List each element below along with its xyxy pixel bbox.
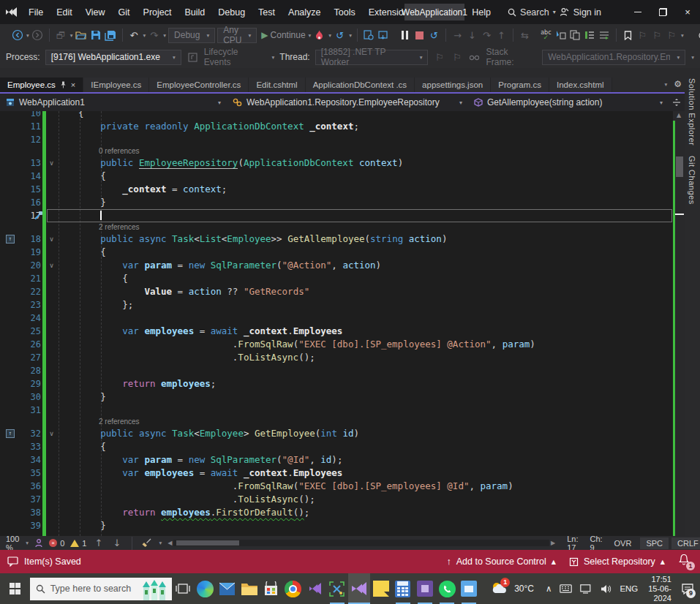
glyph-margin[interactable]: [0, 325, 23, 338]
touch-keyboard-icon[interactable]: [560, 584, 572, 593]
code-line-12[interactable]: 12: [0, 133, 685, 146]
menu-file[interactable]: File: [22, 0, 50, 24]
volume-icon[interactable]: [601, 584, 611, 594]
start-button[interactable]: [0, 573, 30, 604]
suspend-threads-icon[interactable]: [468, 50, 481, 64]
menu-help[interactable]: Help: [465, 0, 497, 24]
calculator-icon[interactable]: [392, 573, 414, 604]
file-explorer-icon[interactable]: [238, 573, 260, 604]
fold-chevron-icon[interactable]: ∨: [47, 259, 56, 272]
code-line-34[interactable]: 34 var param = new SqlParameter("@Id", i…: [0, 453, 685, 467]
fold-chevron-icon[interactable]: ∨: [47, 427, 56, 440]
chevron-down-icon[interactable]: ▾: [681, 32, 684, 39]
fold-chevron-icon[interactable]: ∨: [47, 156, 56, 170]
member-dropdown[interactable]: GetAllemployee(string action) ▾: [468, 94, 669, 111]
code-line-11[interactable]: 11 private readonly ApplicationDbContext…: [0, 120, 685, 133]
code-line-33[interactable]: 33 {: [0, 440, 685, 453]
visual-studio-code-icon[interactable]: [304, 573, 326, 604]
code-line-24[interactable]: 24: [0, 312, 685, 325]
toggle-bookmark-button[interactable]: [622, 28, 634, 42]
quick-actions-screwdriver-icon[interactable]: [34, 211, 43, 220]
glyph-margin[interactable]: [0, 440, 23, 453]
capture-tool-icon[interactable]: [326, 573, 348, 604]
parallel-stacks-button[interactable]: ⇆: [519, 28, 531, 42]
tab-Index.cshtml[interactable]: Index.cshtml: [549, 78, 612, 92]
menu-tools[interactable]: Tools: [328, 0, 362, 24]
navigate-forward-button[interactable]: [31, 28, 44, 42]
codelens-references[interactable]: 0 references: [0, 146, 685, 156]
command-window-button[interactable]: [598, 28, 611, 42]
glyph-margin[interactable]: [0, 259, 23, 272]
code-line-39[interactable]: 39 }: [0, 519, 685, 532]
task-view-button[interactable]: [172, 573, 194, 604]
code-line-32[interactable]: ↑32∨ public async Task<Employee> GetEmpl…: [0, 427, 685, 440]
network-display-icon[interactable]: [580, 584, 592, 594]
menu-git[interactable]: Git: [112, 0, 137, 24]
code-editor[interactable]: 10 {11 private readonly ApplicationDbCon…: [0, 111, 685, 536]
open-file-button[interactable]: [75, 28, 88, 42]
glyph-margin[interactable]: [0, 364, 23, 377]
run-to-cursor-button[interactable]: [554, 28, 567, 42]
edge-icon[interactable]: [194, 573, 216, 604]
restart-application-button[interactable]: ↺: [334, 28, 346, 42]
code-line-18[interactable]: ↑18∨ public async Task<List<Employee>> G…: [0, 233, 685, 246]
code-line-14[interactable]: 14 {: [0, 170, 685, 183]
type-dropdown[interactable]: WebApplication1.Repository.EmployeeRepos…: [227, 94, 468, 111]
hscrollbar-thumb[interactable]: [176, 540, 239, 546]
previous-bookmark-button[interactable]: ⚐: [636, 28, 649, 42]
tab-appsettings.json[interactable]: appsettings.json: [415, 78, 491, 92]
continue-button[interactable]: Continue: [271, 30, 306, 40]
glyph-margin[interactable]: ↑: [0, 427, 23, 440]
glyph-margin[interactable]: [0, 519, 23, 532]
search-highlight-art[interactable]: [137, 578, 170, 600]
glyph-margin[interactable]: [0, 120, 23, 133]
microsoft-store-icon[interactable]: [260, 573, 282, 604]
glyph-margin[interactable]: [0, 246, 23, 259]
warning-count[interactable]: 1: [70, 539, 86, 548]
code-line-17[interactable]: 17: [0, 209, 685, 222]
step-over-button[interactable]: ↷: [481, 28, 493, 42]
scroll-right-arrow-icon[interactable]: ▶: [551, 540, 555, 546]
glyph-margin[interactable]: [0, 111, 23, 120]
chevron-down-icon[interactable]: ▾: [309, 32, 312, 39]
step-into-button[interactable]: ↓: [466, 28, 478, 42]
previous-issue-button[interactable]: ↑: [92, 536, 105, 551]
glyph-margin[interactable]: [0, 453, 23, 467]
close-button[interactable]: ×: [675, 0, 700, 24]
chevron-down-icon[interactable]: ▾: [159, 540, 162, 546]
tab-Edit.cshtml[interactable]: Edit.cshtml: [249, 78, 305, 92]
restart-button[interactable]: ↺: [428, 28, 440, 42]
clock[interactable]: 17:51 15-06-2024: [646, 575, 671, 603]
zoom-level-select[interactable]: 100 %: [6, 535, 19, 552]
mail-icon[interactable]: [216, 573, 238, 604]
tab-Program.cs[interactable]: Program.cs: [491, 78, 549, 92]
pause-button[interactable]: [399, 28, 411, 42]
code-line-37[interactable]: 37 .ToListAsync();: [0, 493, 685, 506]
glyph-margin[interactable]: [0, 272, 23, 285]
glyph-margin[interactable]: [0, 467, 23, 480]
chevron-down-icon[interactable]: ▾: [349, 32, 352, 39]
format-document-button[interactable]: abc✓: [540, 28, 552, 42]
glyph-margin[interactable]: [0, 170, 23, 183]
toolbar-overflow-icon[interactable]: ▾: [691, 54, 694, 61]
tab-settings-gear-icon[interactable]: ⚙: [674, 79, 682, 89]
chevron-down-icon[interactable]: ▾: [163, 32, 166, 39]
code-line-31[interactable]: 31: [0, 404, 685, 417]
hot-reload-icon[interactable]: [313, 28, 325, 42]
menu-view[interactable]: View: [79, 0, 112, 24]
code-line-15[interactable]: 15 _context = context;: [0, 183, 685, 196]
code-line-19[interactable]: 19 {: [0, 246, 685, 259]
tab-list-chevron-icon[interactable]: ▾: [664, 81, 667, 88]
codelens-references[interactable]: 2 references: [0, 417, 685, 427]
stack-frame-select[interactable]: WebApplication1.Repository.EmployeeRe▾: [542, 50, 685, 65]
menu-build[interactable]: Build: [178, 0, 211, 24]
code-line-26[interactable]: 26 .FromSqlRaw("EXEC [dbo].[SP_employees…: [0, 338, 685, 351]
pin-icon[interactable]: [60, 81, 67, 88]
code-cleanup-broom-icon[interactable]: [141, 538, 152, 548]
lifecycle-events-button[interactable]: Lifecycle Events: [204, 47, 266, 67]
code-line-20[interactable]: 20∨ var param = new SqlParameter("@Actio…: [0, 259, 685, 272]
code-line-10[interactable]: 10 {: [0, 111, 685, 120]
project-dropdown[interactable]: WebApplication1 ▾: [0, 94, 227, 111]
search-control[interactable]: Search ▾: [508, 7, 556, 18]
code-line-29[interactable]: 29 return employees;: [0, 377, 685, 390]
